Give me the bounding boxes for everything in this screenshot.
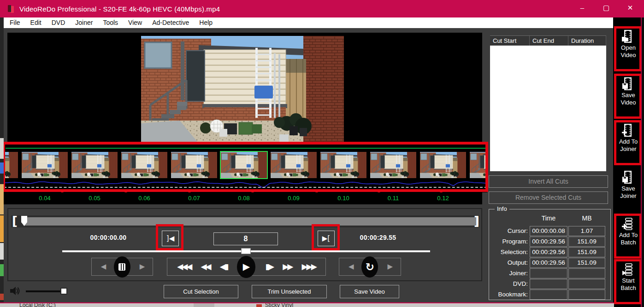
volume-slider-track[interactable] [26, 290, 64, 292]
forward-icon-1x[interactable]: ▮▶ [266, 258, 273, 276]
frame-thumbnail[interactable] [271, 152, 317, 178]
frame-thumbnail[interactable] [121, 152, 167, 178]
frame-thumbnail[interactable] [171, 152, 217, 178]
frame-thumbnail[interactable] [4, 152, 18, 178]
invert-all-cuts-button[interactable]: Invert All Cuts [489, 175, 608, 188]
cut-list-col-duration[interactable]: Duration [568, 36, 606, 46]
sidebar-button-save-joiner[interactable]: SaveJoiner [617, 171, 640, 210]
timestamp-label: 0.11 [372, 192, 414, 204]
sidebar-button-open-video[interactable]: OpenVideo [617, 30, 640, 70]
info-time-cell [530, 279, 567, 289]
menu-item-ad-detective[interactable]: Ad-Detective [147, 17, 194, 28]
cut-selection-button[interactable]: Cut Selection [164, 285, 238, 298]
end-time-label: 00:00:29.55 [346, 234, 410, 241]
speaker-icon[interactable] [9, 285, 21, 296]
current-time-label: 00:00:00.00 [76, 234, 141, 241]
menu-item-view[interactable]: View [123, 17, 147, 28]
cut-list[interactable]: Cut StartCut EndDuration [490, 35, 606, 171]
info-label-joiner: Joiner: [489, 268, 528, 278]
scrubber-track[interactable]: [ ] [11, 215, 479, 227]
info-mb-cell: 151.09 [568, 237, 605, 247]
frame-thumbnail[interactable] [22, 152, 68, 178]
sidebar-button-label: Batch [617, 239, 640, 246]
frame-thumbnail[interactable] [470, 152, 487, 178]
timestamp-label: 0.07 [173, 192, 215, 204]
timestamp-label: 0.12 [422, 192, 464, 204]
rewind-icon-2x[interactable]: ◀◀ [201, 258, 210, 276]
menu-item-edit[interactable]: Edit [25, 17, 47, 28]
rewind-icon-1x[interactable]: ◀▮ [220, 258, 227, 276]
info-mb-cell [568, 268, 605, 278]
timestamp-ruler: 0.040.050.060.070.080.090.100.110.12 [4, 192, 482, 204]
info-time-cell: 00:00:29.56 [530, 237, 567, 247]
desktop-label-sticky-vinyl: Sticky Vinyl [265, 302, 293, 307]
trim-unselected-button[interactable]: Trim Unselected [252, 285, 327, 298]
sidebar-button-label: Open [617, 44, 640, 52]
frame-jump-box[interactable]: 8 [213, 232, 278, 245]
frame-thumbnail[interactable] [370, 152, 416, 178]
title-bar: VideoReDo Professional - S20-FE 4k-60p H… [0, 0, 644, 17]
jog-slider-handle[interactable] [241, 248, 251, 254]
scene-prev-icon[interactable]: ◀ [101, 258, 105, 276]
minimize-button[interactable]: – [572, 0, 592, 16]
filmstrip-timeline[interactable] [4, 143, 487, 192]
timestamp-label: 0.05 [73, 192, 116, 204]
current-frame-thumbnail[interactable] [221, 152, 267, 178]
film-save-icon [621, 77, 635, 91]
play-button[interactable]: ▶ [237, 256, 255, 278]
info-label-selection: Selection: [489, 247, 528, 257]
cut-list-col-cut-end[interactable]: Cut End [530, 36, 568, 46]
remove-selected-cuts-button[interactable]: Remove Selected Cuts [489, 191, 608, 204]
menu-item-joiner[interactable]: Joiner [70, 17, 98, 28]
close-button[interactable]: ✕ [620, 0, 640, 16]
menu-item-tools[interactable]: Tools [98, 17, 123, 28]
info-label-bookmark: Bookmark: [489, 290, 528, 299]
sidebar-button-start-batch[interactable]: StartBatch [617, 263, 640, 302]
info-time-cell: 00:00:29.56 [530, 258, 567, 268]
scene-control-group: ◀▶ [91, 258, 153, 276]
replay-icon: ↻ [366, 261, 374, 273]
desktop-bottom-sliver: Local Disk (C:) Sticky Vinyl [0, 302, 614, 307]
cut-list-col-cut-start[interactable]: Cut Start [490, 36, 530, 46]
sidebar-button-add-to-batch[interactable]: Add ToBatch [617, 217, 640, 257]
info-mb-cell: 151.09 [568, 247, 605, 257]
forward-icon-2x[interactable]: ▶▶ [283, 258, 292, 276]
playback-control-group: ◀◀◀◀◀◀▮▶▮▶▶▶▶▶▶ [167, 258, 326, 276]
frame-thumbnail[interactable] [320, 152, 366, 178]
selection-start-bracket[interactable]: [ [12, 214, 18, 228]
frame-thumbnail[interactable] [71, 152, 118, 178]
maximize-button[interactable]: ▢ [596, 0, 616, 16]
selection-end-bracket[interactable]: ] [474, 214, 479, 228]
scene-next-icon[interactable]: ▶ [140, 258, 144, 276]
info-time-cell [530, 290, 567, 300]
rewind-icon-3x[interactable]: ◀◀◀ [177, 258, 191, 276]
loop-prev-icon[interactable]: ◀ [349, 258, 353, 276]
loop-next-icon[interactable]: ▶ [387, 258, 391, 276]
sidebar-button-label: Joiner [617, 145, 640, 153]
sidebar-button-add-to-joiner[interactable]: Add ToJoiner [617, 124, 640, 163]
sidebar-button-save-video[interactable]: SaveVideo [617, 77, 640, 117]
film-save-icon [621, 171, 635, 184]
cut-start-button[interactable]: ]◀ [162, 231, 179, 246]
info-label-cursor: Cursor: [489, 226, 528, 236]
menu-item-dvd[interactable]: DVD [47, 17, 71, 28]
frame-thumbnail[interactable] [420, 152, 466, 178]
volume-slider-handle[interactable] [60, 288, 67, 295]
application-window: VideoReDo Professional - S20-FE 4k-60p H… [0, 0, 644, 307]
batch-start-icon [621, 263, 635, 276]
info-time-cell: 00:00:00.08 [530, 226, 567, 236]
audio-waveform [4, 180, 487, 191]
batch-add-icon [621, 217, 635, 231]
frame-mode-button[interactable] [114, 256, 130, 278]
info-group-box: Info Time MB Cursor:00:00:00.081.07Progr… [489, 209, 611, 300]
replay-button[interactable]: ↻ [361, 256, 378, 278]
info-mb-cell: 1.07 [568, 226, 605, 236]
info-label-output: Output: [489, 258, 528, 267]
sidebar-button-label: Add To [617, 232, 640, 239]
menu-item-file[interactable]: File [5, 17, 25, 28]
forward-icon-3x[interactable]: ▶▶▶ [302, 258, 316, 276]
save-video-button[interactable]: Save Video [340, 285, 399, 298]
info-time-cell: 00:00:29.56 [530, 247, 567, 257]
cut-end-button[interactable]: ▶[ [318, 231, 335, 246]
menu-item-help[interactable]: Help [194, 17, 218, 28]
